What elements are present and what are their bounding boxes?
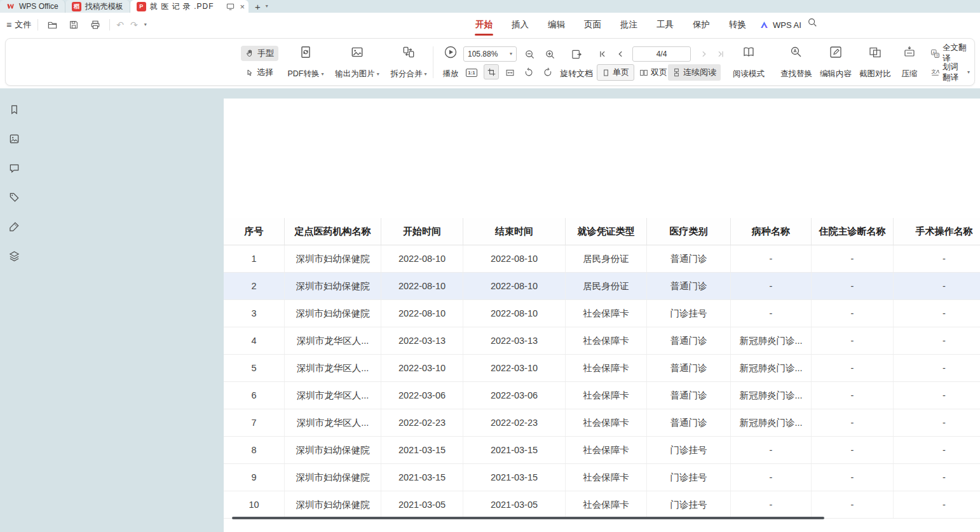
hand-tool-button[interactable]: 手型: [241, 46, 278, 61]
edit-content-button[interactable]: 编辑内容: [815, 43, 856, 81]
read-mode-button[interactable]: 阅读模式: [729, 43, 768, 81]
zoom-level-select[interactable]: 105.88% ▾: [463, 46, 517, 62]
read-mode-label: 阅读模式: [733, 69, 765, 79]
menu-tab-protect[interactable]: 保护: [683, 13, 719, 37]
table-cell: 门诊挂号: [647, 491, 731, 518]
screenshot-compare-label: 截图对比: [859, 69, 891, 79]
screenshot-compare-button[interactable]: 截图对比: [855, 43, 895, 81]
wps-logo-icon: [6, 2, 15, 11]
file-menu-label: 文件: [15, 19, 31, 31]
new-tab-icon[interactable]: +: [255, 1, 261, 12]
pdf-convert-button[interactable]: PDF转换 ▾: [283, 43, 329, 81]
menu-tab-convert[interactable]: 转换: [719, 13, 756, 37]
menu-tab-tools[interactable]: 工具: [647, 13, 683, 37]
file-menu-button[interactable]: ≡ 文件: [6, 19, 31, 31]
rotate-left-icon[interactable]: [522, 65, 536, 79]
continuous-read-button[interactable]: 连续阅读: [668, 64, 721, 81]
signature-panel-icon[interactable]: [6, 218, 22, 235]
tab-wps-office[interactable]: WPS Office: [0, 0, 65, 13]
zoom-out-icon[interactable]: [522, 46, 537, 62]
compress-button[interactable]: 压缩: [894, 43, 925, 81]
attachment-panel-icon[interactable]: [6, 189, 22, 205]
full-translate-button[interactable]: A文 全文翻译: [926, 46, 974, 61]
split-merge-icon: [402, 45, 416, 59]
table-cell: -: [894, 464, 980, 491]
undo-history-chevron-icon[interactable]: ▾: [144, 22, 147, 27]
menu-tab-insert[interactable]: 插入: [502, 13, 538, 37]
fit-page-icon[interactable]: [484, 64, 499, 79]
table-row: 8深圳市妇幼保健院2021-03-152021-03-15社会保障卡门诊挂号--…: [224, 437, 980, 464]
horizontal-scrollbar[interactable]: [232, 517, 824, 519]
chevron-down-icon: ▾: [424, 72, 426, 77]
table-cell: 深圳市妇幼保健院: [285, 245, 381, 272]
fit-window-icon[interactable]: [569, 46, 584, 62]
table-cell: 深圳市妇幼保健院: [285, 437, 381, 463]
table-cell: 2022-03-06: [463, 382, 566, 409]
save-icon[interactable]: [66, 17, 81, 32]
table-cell: -: [894, 245, 980, 272]
search-icon[interactable]: [807, 17, 817, 27]
table-cell: 门诊挂号: [647, 464, 731, 491]
fit-width-icon[interactable]: [503, 65, 517, 79]
table-cell: -: [894, 491, 980, 518]
monitor-icon[interactable]: [226, 3, 235, 11]
book-icon: [742, 45, 756, 59]
tab-docer-template[interactable]: 稻 找稿壳模板: [65, 0, 130, 13]
table-cell: -: [731, 437, 812, 463]
close-tab-icon[interactable]: ×: [240, 2, 245, 11]
single-page-icon: [602, 69, 610, 77]
table-cell: 2022-08-10: [463, 245, 566, 272]
play-button[interactable]: 播放: [437, 43, 465, 81]
rotate-label[interactable]: 旋转文档: [560, 68, 593, 79]
table-row: 5深圳市龙华区人...2022-03-102022-03-10社会保障卡普通门诊…: [224, 355, 980, 382]
select-tool-button[interactable]: 选择: [241, 65, 278, 80]
table-cell: 社会保障卡: [566, 300, 647, 327]
table-cell: 2: [224, 273, 285, 299]
tab-list-chevron-icon[interactable]: ▾: [266, 4, 268, 9]
menu-tab-home[interactable]: 开始: [466, 13, 502, 37]
split-merge-label: 拆分合并: [390, 69, 422, 79]
page-number-input[interactable]: 4/4: [632, 46, 691, 62]
menu-tab-edit[interactable]: 编辑: [538, 13, 575, 37]
bookmark-panel-icon[interactable]: [6, 101, 22, 118]
chevron-down-icon: ▾: [510, 51, 512, 57]
split-merge-button[interactable]: 拆分合并 ▾: [386, 43, 432, 81]
redo-icon[interactable]: ↷: [130, 20, 138, 30]
undo-icon[interactable]: ↶: [116, 20, 124, 30]
table-cell: 新冠肺炎门诊...: [731, 382, 812, 409]
open-file-icon[interactable]: [44, 17, 60, 32]
export-image-button[interactable]: 输出为图片 ▾: [331, 43, 383, 81]
layers-panel-icon[interactable]: [6, 247, 22, 264]
find-replace-button[interactable]: 查找替换: [776, 43, 817, 81]
tab-medical-record-pdf[interactable]: P 就 医 记 录 .PDF ×: [130, 0, 248, 13]
last-page-icon[interactable]: [714, 46, 728, 62]
single-page-button[interactable]: 单页: [597, 64, 634, 81]
tab-label: 就 医 记 录 .PDF: [150, 1, 214, 12]
table-row: 7深圳市龙华区人...2022-02-232022-02-23社会保障卡普通门诊…: [224, 409, 980, 437]
hamburger-icon: ≡: [6, 20, 11, 30]
table-cell: -: [812, 300, 894, 327]
comment-panel-icon[interactable]: [6, 160, 22, 176]
full-translate-label: 全文翻译: [943, 43, 970, 64]
table-row: 10深圳市妇幼保健院2021-03-052021-03-05社会保障卡门诊挂号-…: [224, 491, 980, 519]
tab-label: WPS Office: [19, 2, 58, 11]
pdf-convert-icon: [299, 45, 313, 59]
previous-page-icon[interactable]: [613, 46, 627, 62]
rotate-right-icon[interactable]: [541, 65, 555, 79]
print-icon[interactable]: [88, 17, 103, 32]
menu-tab-comment[interactable]: 批注: [611, 13, 647, 37]
menu-tab-page[interactable]: 页面: [575, 13, 611, 37]
document-workspace: 序号定点医药机构名称开始时间结束时间就诊凭证类型医疗类别病种名称住院主诊断名称手…: [0, 88, 980, 532]
wps-pdf-window: WPS Office 稻 找稿壳模板 P 就 医 记 录 .PDF × + ▾ …: [0, 0, 980, 532]
find-replace-label: 查找替换: [780, 69, 812, 79]
chevron-down-icon: ▾: [967, 70, 970, 75]
double-page-icon: [639, 69, 648, 77]
first-page-icon[interactable]: [595, 46, 609, 62]
next-page-icon[interactable]: [697, 46, 711, 62]
actual-size-icon[interactable]: 1:1: [465, 65, 479, 79]
wps-ai-button[interactable]: WPS AI: [759, 13, 801, 37]
zoom-in-icon[interactable]: [542, 46, 557, 62]
thumbnail-panel-icon[interactable]: [6, 130, 22, 147]
table-cell: 深圳市妇幼保健院: [285, 464, 381, 491]
word-translate-button[interactable]: 文 划词翻译 ▾: [926, 65, 974, 80]
